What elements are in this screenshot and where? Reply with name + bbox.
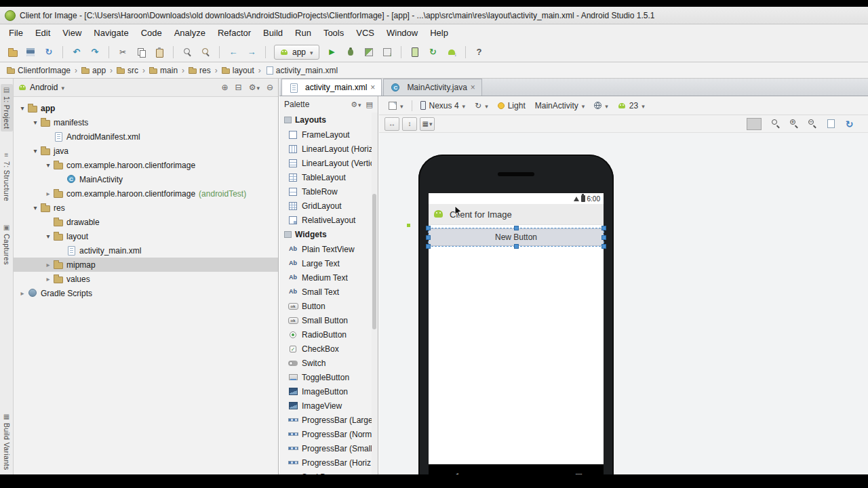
stripe-button-1-project[interactable]: 1: Project	[1, 84, 13, 131]
sync-button[interactable]	[41, 44, 57, 60]
palette-item-small-button[interactable]: Small Button	[279, 313, 372, 327]
tree-item-com-example-haroon-clientforimage[interactable]: com.example.haroon.clientforimage	[14, 158, 278, 172]
expanded-arrow-icon[interactable]	[43, 161, 53, 169]
new-button-widget[interactable]: New Button	[429, 228, 604, 246]
run-button[interactable]	[324, 44, 340, 60]
palette-section-widgets[interactable]: Widgets	[279, 227, 372, 242]
palette-item-relativelayout[interactable]: RelativeLayout	[279, 213, 372, 227]
menu-item-edit[interactable]: Edit	[29, 24, 56, 42]
palette-item-progressbar-horiz[interactable]: ProgressBar (Horiz	[279, 455, 372, 470]
palette-item-seekbar[interactable]: SeekBar	[279, 470, 372, 474]
tree-item-layout[interactable]: layout	[14, 229, 278, 243]
tree-item-mipmap[interactable]: mipmap	[14, 258, 278, 272]
project-view-selector[interactable]: Android	[18, 83, 64, 92]
collapsed-arrow-icon[interactable]	[43, 190, 53, 197]
expanded-arrow-icon[interactable]	[43, 232, 53, 240]
tree-item-res[interactable]: res	[14, 201, 278, 215]
gradle-sync-button[interactable]	[425, 44, 441, 60]
breadcrumb-item-src[interactable]: src	[115, 66, 140, 75]
palette-item-framelayout[interactable]: FrameLayout	[279, 127, 372, 142]
preview-button[interactable]	[823, 117, 839, 131]
expanded-arrow-icon[interactable]	[31, 204, 40, 211]
device-selector[interactable]: Nexus 4	[416, 98, 470, 113]
screen-frame-button[interactable]	[747, 118, 762, 130]
palette-item-imagebutton[interactable]: ImageButton	[279, 384, 372, 399]
editor-tab-mainactivity-java[interactable]: MainActivity.java	[383, 79, 482, 96]
tree-item-values[interactable]: values	[14, 272, 278, 286]
menu-item-help[interactable]: Help	[424, 24, 454, 42]
configuration-button[interactable]	[384, 98, 408, 113]
palette-item-progressbar-small[interactable]: ProgressBar (Small	[279, 441, 372, 455]
activity-selector[interactable]: MainActivity	[531, 98, 589, 113]
zoom-fit-button[interactable]	[768, 117, 784, 131]
close-tab-icon[interactable]	[370, 83, 375, 92]
cut-button[interactable]	[115, 44, 131, 60]
menu-item-navigate[interactable]: Navigate	[87, 24, 134, 42]
api-selector[interactable]: 23	[614, 98, 649, 113]
palette-section-layouts[interactable]: Layouts	[279, 113, 372, 127]
palette-item-linearlayout-horiz[interactable]: LinearLayout (Horiz	[279, 142, 372, 156]
menu-item-window[interactable]: Window	[380, 24, 424, 42]
settings-button[interactable]	[249, 83, 260, 92]
open-button[interactable]	[4, 44, 20, 60]
zoom-in-button[interactable]	[787, 117, 802, 131]
hide-panel-button[interactable]	[267, 83, 273, 92]
avd-button[interactable]	[407, 44, 423, 60]
palette-item-gridlayout[interactable]: GridLayout	[279, 199, 372, 213]
expanded-arrow-icon[interactable]	[31, 147, 40, 155]
palette-item-togglebutton[interactable]: ToggleButton	[279, 370, 372, 384]
expanded-arrow-icon[interactable]	[31, 119, 40, 126]
refresh-button[interactable]: ↻	[842, 117, 857, 131]
palette-item-switch[interactable]: Switch	[279, 356, 372, 370]
palette-item-plain-textview[interactable]: Plain TextView	[279, 242, 372, 256]
breadcrumb-item-main[interactable]: main	[148, 66, 179, 75]
orientation-selector[interactable]	[471, 98, 492, 113]
menu-item-tools[interactable]: Tools	[317, 24, 350, 42]
zoom-out-button[interactable]	[805, 117, 821, 131]
save-button[interactable]	[22, 44, 39, 60]
locate-file-button[interactable]	[222, 83, 229, 92]
locale-selector[interactable]	[590, 98, 612, 113]
grid-mode-button[interactable]	[420, 117, 435, 131]
stripe-button-7-structure[interactable]: 7: Structure	[1, 149, 13, 204]
replace-button[interactable]	[197, 44, 214, 60]
palette-scrollbar[interactable]	[372, 113, 378, 474]
palette-item-checkbox[interactable]: CheckBox	[279, 342, 372, 356]
theme-selector[interactable]: Light	[494, 98, 530, 113]
palette-item-tablelayout[interactable]: TableLayout	[279, 170, 372, 184]
expand-horizontal-button[interactable]	[384, 117, 399, 131]
palette-item-button[interactable]: Button	[279, 299, 372, 313]
stripe-button-captures[interactable]: Captures	[1, 222, 13, 268]
paste-button[interactable]	[151, 44, 167, 60]
editor-tab-activity-main-xml[interactable]: activity_main.xml	[281, 79, 382, 96]
collapsed-arrow-icon[interactable]	[18, 289, 27, 297]
find-button[interactable]	[179, 44, 195, 60]
menu-item-vcs[interactable]: VCS	[350, 24, 380, 42]
scrollbar-thumb[interactable]	[372, 194, 376, 329]
forward-button[interactable]	[243, 44, 260, 60]
expand-vertical-button[interactable]	[402, 117, 417, 131]
close-tab-icon[interactable]	[471, 83, 475, 92]
palette-item-medium-text[interactable]: Medium Text	[279, 270, 372, 285]
palette-item-progressbar-norm[interactable]: ProgressBar (Norm	[279, 427, 372, 441]
menu-item-view[interactable]: View	[56, 24, 87, 42]
design-canvas[interactable]: 6:00 Client for Image New Button	[379, 133, 868, 474]
tree-item-gradle-scripts[interactable]: Gradle Scripts	[14, 286, 278, 300]
expanded-arrow-icon[interactable]	[18, 104, 27, 112]
tree-item-com-example-haroon-clientforimage-androidtest[interactable]: com.example.haroon.clientforimage(androi…	[14, 186, 278, 201]
menu-item-code[interactable]: Code	[135, 24, 168, 42]
tree-item-app[interactable]: app	[14, 101, 278, 115]
palette-item-progressbar-large[interactable]: ProgressBar (Large	[279, 413, 372, 427]
debug-button[interactable]	[342, 44, 359, 60]
palette-item-radiobutton[interactable]: RadioButton	[279, 327, 372, 342]
run-config-selector[interactable]: app	[274, 45, 319, 60]
attach-button[interactable]	[379, 44, 395, 60]
palette-item-tablerow[interactable]: TableRow	[279, 184, 372, 199]
device-screen[interactable]: 6:00 Client for Image New Button	[429, 193, 604, 474]
stripe-button-build-variants[interactable]: Build Variants	[1, 411, 13, 473]
menu-item-run[interactable]: Run	[289, 24, 317, 42]
collapse-all-button[interactable]	[235, 83, 242, 92]
palette-item-linearlayout-vertic[interactable]: LinearLayout (Vertic	[279, 156, 372, 170]
tree-item-manifests[interactable]: manifests	[14, 115, 278, 129]
breadcrumb-item-layout[interactable]: layout	[220, 66, 256, 75]
